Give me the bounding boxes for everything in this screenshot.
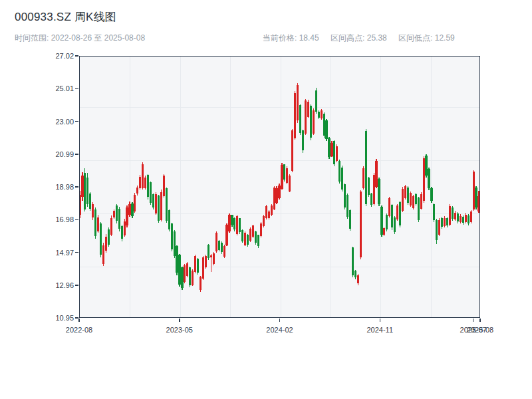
- candle-body-down: [333, 141, 335, 164]
- time-range-label: 时间范围: 2022-08-26 至 2025-08-08: [15, 33, 145, 44]
- candle-body-up: [194, 256, 196, 273]
- candle-body-up: [205, 256, 207, 267]
- candle-body-up: [260, 223, 262, 237]
- candle-body-down: [168, 210, 170, 229]
- candle-body-up: [124, 221, 126, 235]
- candle-body-down: [158, 196, 160, 221]
- candle-body-up: [79, 195, 81, 215]
- candle-body-down: [152, 194, 154, 207]
- candle-body-up: [184, 265, 186, 282]
- candle-body-up: [297, 85, 299, 120]
- range-low-stat: 区间低点: 12.59: [398, 33, 455, 43]
- candle-body-down: [84, 173, 86, 210]
- candle-body-up: [404, 186, 406, 198]
- candle-body-down: [108, 229, 110, 245]
- candle-body-up: [113, 211, 115, 217]
- candle-body-down: [391, 205, 393, 227]
- x-tick-label: 2024-11: [360, 326, 400, 334]
- candle-body-down: [352, 247, 354, 275]
- x-tick: [179, 319, 180, 322]
- candle-body-up: [136, 188, 138, 194]
- candle-body-down: [147, 175, 149, 198]
- candle-body-down: [176, 246, 178, 273]
- y-tick-label: 18.98: [37, 183, 74, 191]
- candle-body-up: [294, 93, 296, 138]
- candle-body-down: [328, 138, 330, 158]
- y-tick: [75, 154, 78, 155]
- candle-body-up: [128, 204, 130, 215]
- candle-body-up: [373, 175, 375, 205]
- candle-body-down: [428, 169, 430, 188]
- y-tick-label: 12.96: [37, 281, 74, 289]
- candle-body-up: [273, 188, 275, 209]
- candle-body-up: [281, 165, 283, 189]
- candle-body-up: [102, 245, 104, 264]
- candle-body-down: [299, 105, 301, 133]
- price-stats: 当前价格: 18.45 区间高点: 25.38 区间低点: 12.59: [263, 33, 464, 44]
- candle-body-up: [160, 192, 162, 220]
- x-tick: [380, 319, 381, 322]
- candle-body-down: [89, 194, 91, 208]
- h-gridline: [80, 107, 479, 108]
- candle-body-down: [338, 161, 340, 182]
- candle-body-up: [263, 216, 265, 226]
- candle-body-up: [357, 275, 359, 283]
- candle-body-down: [349, 210, 351, 229]
- candle-body-up: [477, 196, 479, 211]
- x-tick-label: 2023-05: [160, 326, 200, 334]
- candle-body-down: [457, 213, 459, 221]
- candle-body-down: [380, 207, 382, 235]
- candle-body-down: [302, 130, 304, 151]
- candle-body-up: [460, 216, 462, 222]
- x-tick: [473, 319, 474, 322]
- y-tick: [75, 186, 78, 188]
- candle-body-down: [100, 223, 102, 255]
- candle-body-down: [283, 164, 285, 180]
- candle-body-down: [462, 217, 464, 223]
- x-tick: [479, 319, 481, 322]
- candle-body-down: [197, 259, 199, 273]
- candle-body-up: [449, 206, 451, 225]
- candle-body-up: [223, 246, 225, 257]
- candle-body-down: [441, 218, 443, 227]
- candle-body-up: [186, 263, 188, 276]
- candle-body-up: [321, 110, 323, 118]
- y-tick-label: 16.98: [37, 215, 74, 223]
- candle-body-down: [399, 202, 401, 226]
- v-gridline: [230, 57, 231, 317]
- candle-body-down: [370, 194, 372, 205]
- candle-body-up: [192, 271, 194, 285]
- candle-body-up: [144, 178, 146, 188]
- candle-body-up: [155, 194, 157, 213]
- candle-body-up: [388, 198, 390, 217]
- candle-body-up: [410, 193, 412, 205]
- candle-body-down: [436, 220, 438, 240]
- y-tick: [75, 252, 78, 253]
- candle-body-up: [213, 253, 215, 264]
- candle-body-down: [118, 209, 120, 229]
- candle-body-up: [244, 233, 246, 245]
- candle-body-down: [189, 267, 191, 285]
- candle-body-down: [241, 230, 243, 241]
- candle-body-up: [163, 176, 165, 196]
- y-tick: [75, 121, 78, 122]
- range-high-stat: 区间高点: 25.38: [331, 33, 387, 43]
- y-tick-label: 25.01: [37, 84, 74, 92]
- y-tick: [75, 55, 78, 57]
- candle-body-down: [346, 195, 348, 217]
- candle-body-up: [402, 189, 404, 211]
- x-tick-label: 2024-02: [260, 326, 300, 334]
- candle-body-down: [344, 184, 346, 208]
- x-tick: [279, 319, 281, 322]
- candle-body-up: [307, 102, 309, 117]
- candle-body-up: [470, 211, 472, 222]
- candle-body-down: [415, 194, 417, 204]
- candle-body-down: [378, 179, 380, 203]
- candle-body-up: [200, 277, 201, 289]
- candle-body-up: [465, 215, 467, 223]
- candle-body-down: [467, 215, 469, 223]
- candle-body-up: [210, 255, 212, 257]
- candle-body-up: [278, 186, 280, 199]
- candle-body-up: [423, 158, 425, 201]
- candle-body-up: [438, 220, 440, 235]
